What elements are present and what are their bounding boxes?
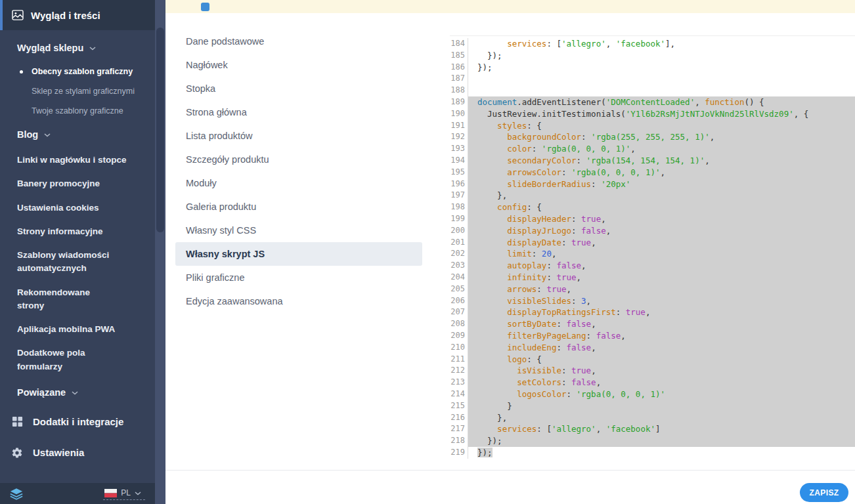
code-line-193[interactable]: 193 color: 'rgba(0, 0, 0, 1)', (450, 143, 855, 155)
settings-menu-item-4[interactable]: Lista produktów (175, 124, 422, 148)
settings-menu-item-5[interactable]: Szczegóły produktu (175, 148, 422, 171)
sidebar-item-6[interactable]: Banery promocyjne (0, 172, 155, 196)
settings-menu-item-9[interactable]: Własny skrypt JS (175, 242, 422, 266)
code-line-196[interactable]: 196 slideBorderRadius: '20px' (450, 178, 855, 190)
settings-menu-item-label: Lista produktów (186, 131, 253, 141)
settings-menu-item-label: Własny skrypt JS (186, 249, 265, 259)
settings-menu-item-1[interactable]: Nagłówek (175, 53, 422, 77)
settings-menu-item-7[interactable]: Galeria produktu (175, 195, 422, 219)
settings-menu-item-0[interactable]: Dane podstawowe (175, 30, 422, 53)
code-line-195[interactable]: 195 arrowsColor: 'rgba(0, 0, 0, 1)', (450, 167, 855, 178)
sidebar-item-0[interactable]: Wygląd sklepu (0, 34, 155, 62)
code-line-213[interactable]: 213 setColors: false, (450, 377, 855, 388)
code-line-210[interactable]: 210 includeEng: false, (450, 342, 855, 354)
code-line-197[interactable]: 197 }, (450, 190, 855, 201)
line-number: 206 (450, 295, 468, 307)
line-number: 189 (450, 96, 468, 108)
sidebar-item-7[interactable]: Ustawienia cookies (0, 196, 155, 220)
code-line-203[interactable]: 203 autoplay: false, (450, 260, 855, 272)
code-text: logo: { (468, 354, 855, 366)
code-line-217[interactable]: 217 services: ['allegro', 'facebook'] (450, 423, 855, 435)
code-line-192[interactable]: 192 backgroundColor: 'rgba(255, 255, 255… (450, 131, 855, 143)
code-text: logosColor: 'rgba(0, 0, 0, 1)' (468, 388, 855, 400)
code-line-219[interactable]: 219}); (450, 447, 855, 459)
sidebar-item-8[interactable]: Strony informacyjne (0, 220, 155, 243)
code-line-216[interactable]: 216 }, (450, 412, 855, 424)
settings-menu-item-6[interactable]: Moduły (175, 171, 422, 195)
code-line-185[interactable]: 185 }); (450, 50, 855, 62)
code-line-188[interactable]: 188 (450, 85, 855, 96)
sidebar-header[interactable]: Wygląd i treści (0, 0, 155, 30)
active-bullet-icon (20, 70, 23, 74)
sidebar-item-label: Sklep ze stylami graficznymi (32, 87, 135, 96)
line-number: 200 (450, 225, 468, 237)
code-text: infinity: true, (468, 272, 855, 284)
code-line-200[interactable]: 200 displayJrLogo: false, (450, 225, 855, 237)
settings-menu-item-2[interactable]: Stopka (175, 77, 422, 100)
code-line-190[interactable]: 190 JustReview.initTestimonials('Y1l6b2R… (450, 108, 855, 120)
code-line-186[interactable]: 186}); (450, 62, 855, 74)
code-line-199[interactable]: 199 displayHeader: true, (450, 213, 855, 225)
sidebar-item-11[interactable]: Aplikacja mobilna PWA (0, 318, 155, 341)
code-line-212[interactable]: 212 isVisible: true, (450, 365, 855, 377)
poland-flag-icon (104, 489, 117, 497)
sidebar-item-2[interactable]: Sklep ze stylami graficznymi (0, 81, 155, 101)
line-number: 201 (450, 237, 468, 249)
sidebar-item-label: Dodatkowe pola formularzy (17, 348, 85, 371)
sidebar-item-label: Powiązane (17, 387, 66, 398)
code-line-191[interactable]: 191 styles: { (450, 120, 855, 132)
settings-menu-item-3[interactable]: Strona główna (175, 100, 422, 124)
code-line-208[interactable]: 208 sortByDate: false, (450, 318, 855, 330)
settings-menu-item-10[interactable]: Pliki graficzne (175, 266, 422, 289)
code-line-198[interactable]: 198 config: { (450, 201, 855, 213)
code-line-194[interactable]: 194 secondaryColor: 'rgba(154, 154, 154,… (450, 155, 855, 167)
code-text: services: ['allegro', 'facebook'] (468, 423, 855, 435)
line-number: 197 (450, 190, 468, 201)
scrollbar-thumb[interactable] (156, 28, 164, 232)
sidebar-item-9[interactable]: Szablony wiadomości automatycznych (0, 243, 155, 281)
settings-menu-item-8[interactable]: Własny styl CSS (175, 219, 422, 242)
code-line-189[interactable]: 189document.addEventListener('DOMContent… (450, 96, 855, 108)
layers-icon[interactable] (10, 488, 23, 500)
sidebar-item-10[interactable]: Rekomendowane strony (0, 281, 155, 318)
code-line-201[interactable]: 201 displayDate: true, (450, 237, 855, 249)
code-line-207[interactable]: 207 displayTopRatingsFirst: true, (450, 306, 855, 318)
settings-menu-item-11[interactable]: Edycja zaawansowana (175, 289, 422, 313)
sidebar: Wygląd i treści Wygląd sklepuObecny szab… (0, 0, 155, 504)
code-line-187[interactable]: 187 (450, 73, 855, 85)
code-line-214[interactable]: 214 logosColor: 'rgba(0, 0, 0, 1)' (450, 388, 855, 400)
sidebar-item-14[interactable]: Dodatki i integracje (0, 406, 155, 437)
code-line-206[interactable]: 206 visibleSlides: 3, (450, 295, 855, 307)
code-line-215[interactable]: 215 } (450, 400, 855, 412)
sidebar-item-13[interactable]: Powiązane (0, 379, 155, 406)
code-line-218[interactable]: 218 }); (450, 435, 855, 447)
code-line-211[interactable]: 211 logo: { (450, 354, 855, 366)
code-text: slideBorderRadius: '20px' (468, 178, 855, 190)
code-text: arrows: true, (468, 284, 855, 295)
sidebar-scrollbar[interactable] (155, 0, 165, 504)
code-editor[interactable]: 184 services: ['allegro', 'facebook'],18… (450, 35, 855, 459)
settings-menu: Dane podstawoweNagłówekStopkaStrona głów… (175, 30, 422, 313)
code-line-202[interactable]: 202 limit: 20, (450, 248, 855, 260)
line-number: 184 (450, 38, 468, 50)
language-selector[interactable]: PL (103, 487, 145, 500)
sidebar-item-1[interactable]: Obecny szablon graficzny (0, 62, 155, 81)
settings-menu-item-label: Edycja zaawansowana (186, 296, 283, 306)
code-line-184[interactable]: 184 services: ['allegro', 'facebook'], (450, 38, 855, 50)
code-line-209[interactable]: 209 filterByPageLang: false, (450, 330, 855, 342)
sidebar-item-label: Obecny szablon graficzny (32, 67, 133, 76)
sidebar-item-4[interactable]: Blog (0, 121, 155, 148)
line-number: 213 (450, 377, 468, 388)
sidebar-item-12[interactable]: Dodatkowe pola formularzy (0, 341, 155, 379)
sidebar-item-label: Dodatki i integracje (33, 416, 123, 427)
banner-icon[interactable] (201, 3, 209, 11)
sidebar-item-15[interactable]: Ustawienia (0, 437, 155, 469)
sidebar-item-5[interactable]: Linki w nagłówku i stopce (0, 148, 155, 172)
sidebar-item-label: Rekomendowane strony (17, 287, 90, 310)
line-number: 186 (450, 62, 468, 74)
code-line-205[interactable]: 205 arrows: true, (450, 284, 855, 295)
code-line-204[interactable]: 204 infinity: true, (450, 272, 855, 284)
sidebar-header-label: Wygląd i treści (31, 10, 100, 21)
save-button[interactable]: ZAPISZ (800, 483, 848, 502)
sidebar-item-3[interactable]: Twoje szablony graficzne (0, 101, 155, 121)
